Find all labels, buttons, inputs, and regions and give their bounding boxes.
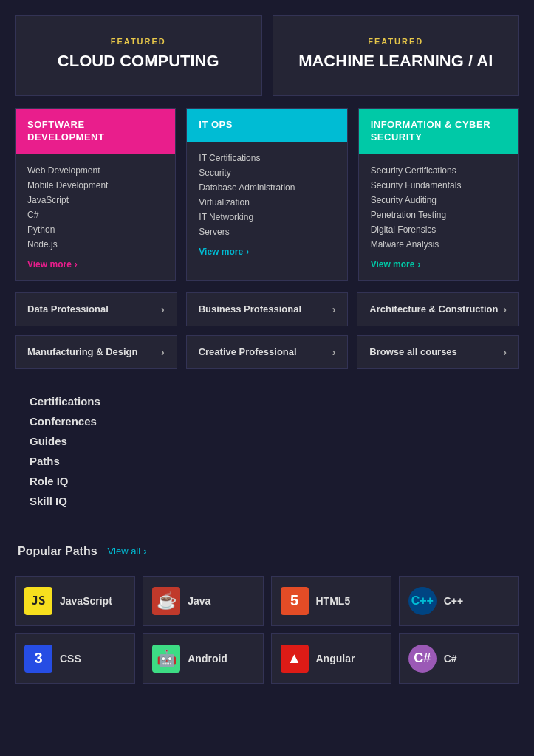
path-card-css[interactable]: 3 CSS: [15, 633, 135, 684]
extra-link-paths[interactable]: Paths: [30, 453, 504, 470]
category-item[interactable]: JavaScript: [27, 193, 163, 207]
path-card-csharp[interactable]: C# C#: [399, 633, 519, 684]
path-label: HTML5: [316, 595, 351, 607]
path-card-android[interactable]: 🤖 Android: [143, 633, 263, 684]
category-item[interactable]: IT Certifications: [199, 151, 335, 165]
extra-link-certifications[interactable]: Certifications: [30, 393, 504, 410]
path-label: CSS: [60, 653, 81, 664]
category-body: Web DevelopmentMobile DevelopmentJavaScr…: [16, 154, 175, 280]
chevron-right-icon: ›: [503, 346, 507, 358]
browse-card-data-professional[interactable]: Data Professional ›: [15, 292, 177, 326]
featured-card-machine-learning[interactable]: Featured Machine Learning / AI: [273, 15, 520, 96]
browse-grid: Data Professional › Business Professiona…: [15, 292, 519, 369]
category-card-information-security: Information & Cyber SecuritySecurity Cer…: [358, 108, 519, 281]
category-item[interactable]: Security Certifications: [371, 163, 507, 178]
category-item[interactable]: Web Development: [27, 163, 163, 178]
browse-card-browse-all[interactable]: Browse all courses ›: [357, 335, 519, 369]
category-item[interactable]: Penetration Testing: [371, 207, 507, 222]
popular-paths-header: Popular Paths View all ›: [15, 536, 519, 567]
path-card-cpp[interactable]: C++ C++: [399, 576, 519, 626]
path-card-angular[interactable]: ▲ Angular: [271, 633, 391, 684]
extra-link-conferences[interactable]: Conferences: [30, 413, 504, 430]
extra-link-skill-iq[interactable]: Skill IQ: [30, 492, 504, 509]
featured-label: Featured: [368, 37, 423, 46]
path-icon-csharp: C#: [408, 645, 437, 673]
category-row: Software DevelopmentWeb DevelopmentMobil…: [15, 108, 519, 281]
category-item[interactable]: IT Networking: [199, 210, 335, 224]
category-body: Security CertificationsSecurity Fundamen…: [359, 154, 518, 280]
featured-row: Featured Cloud Computing Featured Machin…: [15, 15, 519, 96]
category-header: Information & Cyber Security: [359, 109, 518, 154]
browse-card-creative-professional[interactable]: Creative Professional ›: [186, 335, 349, 369]
view-all-link[interactable]: View all ›: [108, 546, 147, 557]
featured-card-cloud-computing[interactable]: Featured Cloud Computing: [15, 15, 262, 96]
category-item[interactable]: Security: [199, 165, 335, 180]
category-item[interactable]: Virtualization: [199, 195, 335, 210]
extra-link-guides[interactable]: Guides: [30, 433, 504, 450]
category-item[interactable]: Malware Analysis: [371, 237, 507, 252]
chevron-right-icon: ›: [503, 303, 507, 315]
category-card-software-development: Software DevelopmentWeb DevelopmentMobil…: [15, 108, 176, 281]
paths-grid: JS JavaScript ☕ Java 5 HTML5 C++ C++ 3 C…: [15, 576, 519, 684]
category-item[interactable]: Node.js: [27, 237, 163, 252]
extra-link-role-iq[interactable]: Role IQ: [30, 472, 504, 489]
category-header: Software Development: [16, 109, 175, 154]
path-icon-android: 🤖: [152, 645, 180, 673]
extra-links: CertificationsConferencesGuidesPathsRole…: [15, 381, 519, 521]
category-card-it-ops: IT OpsIT CertificationsSecurityDatabase …: [186, 108, 347, 281]
path-card-java[interactable]: ☕ Java: [143, 576, 263, 626]
path-label: Android: [188, 653, 227, 664]
browse-card-label: Manufacturing & Design: [27, 346, 138, 357]
popular-paths-title: Popular Paths: [18, 545, 97, 558]
browse-card-business-professional[interactable]: Business Professional ›: [186, 292, 349, 326]
chevron-right-icon: ›: [332, 303, 336, 315]
category-item[interactable]: Database Administration: [199, 180, 335, 195]
path-label: C#: [444, 653, 457, 664]
path-icon-css: 3: [24, 645, 52, 673]
browse-card-architecture-construction[interactable]: Architecture & Construction ›: [357, 292, 519, 326]
path-card-html5[interactable]: 5 HTML5: [271, 576, 391, 626]
category-header: IT Ops: [187, 109, 346, 142]
category-item[interactable]: Digital Forensics: [371, 222, 507, 237]
browse-card-label: Browse all courses: [369, 346, 457, 357]
path-card-javascript[interactable]: JS JavaScript: [15, 576, 135, 626]
path-icon-javascript: JS: [24, 587, 52, 615]
featured-label: Featured: [111, 37, 166, 46]
browse-card-label: Business Professional: [199, 303, 301, 315]
path-icon-angular: ▲: [281, 645, 309, 673]
path-icon-html5: 5: [281, 587, 309, 615]
browse-card-label: Creative Professional: [199, 346, 297, 357]
category-item[interactable]: Security Auditing: [371, 193, 507, 207]
browse-card-label: Architecture & Construction: [369, 303, 498, 315]
category-body: IT CertificationsSecurityDatabase Admini…: [187, 142, 346, 280]
category-item[interactable]: Security Fundamentals: [371, 178, 507, 193]
category-item[interactable]: C#: [27, 207, 163, 222]
path-label: Java: [188, 595, 210, 607]
path-label: Angular: [316, 653, 355, 664]
featured-title: Machine Learning / AI: [298, 52, 493, 71]
category-item[interactable]: Mobile Development: [27, 178, 163, 193]
browse-card-manufacturing-design[interactable]: Manufacturing & Design ›: [15, 335, 177, 369]
path-icon-cpp: C++: [408, 587, 437, 615]
featured-title: Cloud Computing: [58, 52, 219, 71]
view-more-link[interactable]: View more ›: [371, 259, 507, 269]
chevron-right-icon: ›: [161, 346, 165, 358]
browse-card-label: Data Professional: [27, 303, 109, 315]
category-item[interactable]: Servers: [199, 224, 335, 239]
chevron-right-icon: ›: [161, 303, 165, 315]
chevron-right-icon: ›: [332, 346, 336, 358]
path-label: JavaScript: [60, 595, 112, 607]
view-more-link[interactable]: View more ›: [27, 259, 163, 269]
category-item[interactable]: Python: [27, 222, 163, 237]
path-icon-java: ☕: [152, 587, 180, 615]
view-more-link[interactable]: View more ›: [199, 247, 335, 257]
path-label: C++: [444, 595, 463, 607]
